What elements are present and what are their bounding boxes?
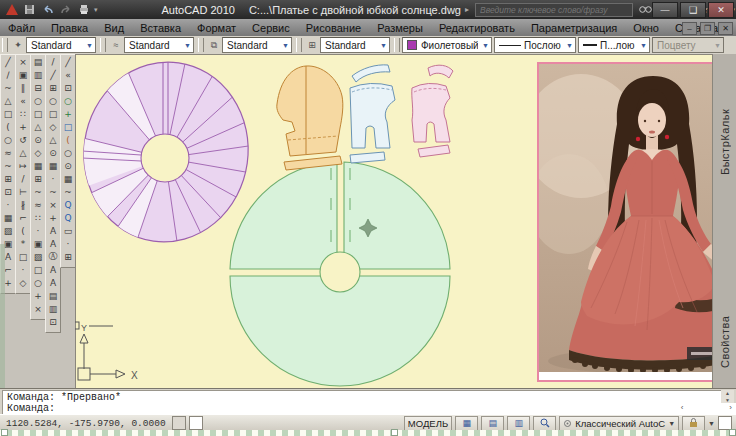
- tool-icon[interactable]: ~: [2, 81, 15, 94]
- table-style-combo[interactable]: Standard▼: [320, 37, 390, 53]
- bodice-back-pattern[interactable]: [412, 65, 453, 157]
- toolbar-grip[interactable]: [296, 38, 302, 52]
- tool-icon[interactable]: /: [17, 172, 30, 185]
- tool-icon[interactable]: ⊞: [2, 172, 15, 185]
- toolbar-grip[interactable]: [394, 38, 400, 52]
- tool-icon[interactable]: ⊙: [47, 146, 60, 159]
- tool-icon[interactable]: ~: [47, 185, 60, 198]
- tool-icon[interactable]: ▥: [47, 302, 60, 315]
- doc-close-button[interactable]: ✕: [718, 22, 733, 35]
- menu-item[interactable]: Редактировать: [431, 20, 523, 35]
- tool-icon[interactable]: ▣: [32, 237, 45, 250]
- menu-item[interactable]: Вставка: [132, 20, 189, 35]
- tool-icon[interactable]: ▨: [2, 224, 15, 237]
- tool-icon[interactable]: +: [47, 211, 60, 224]
- autocad-logo-icon[interactable]: [4, 3, 19, 16]
- tool-icon[interactable]: A: [47, 276, 60, 289]
- tool-icon[interactable]: A: [47, 224, 60, 237]
- tool-icon[interactable]: ⊢: [17, 185, 30, 198]
- layout1-icon[interactable]: ▤: [481, 416, 504, 431]
- tool-icon[interactable]: ○: [2, 133, 15, 146]
- tool-icon[interactable]: A: [47, 237, 60, 250]
- tool-icon[interactable]: ↺: [17, 133, 30, 146]
- tool-icon[interactable]: ○: [32, 94, 45, 107]
- tool-icon[interactable]: □: [47, 107, 60, 120]
- lock-icon[interactable]: [682, 416, 705, 431]
- tool-icon[interactable]: ∥: [17, 81, 30, 94]
- layer-icon[interactable]: ✦: [10, 38, 26, 52]
- tool-icon[interactable]: □: [17, 250, 30, 263]
- search-binoculars-icon[interactable]: [639, 3, 652, 16]
- tool-icon[interactable]: ~: [32, 185, 45, 198]
- color-combo[interactable]: Фиолетовый▼: [402, 37, 492, 53]
- tool-icon[interactable]: ≈: [2, 146, 15, 159]
- linetype-combo[interactable]: Послою▼: [494, 37, 576, 53]
- cleanscreen-toggle[interactable]: [718, 416, 732, 430]
- drawing-canvas[interactable]: Y X: [75, 54, 712, 388]
- tool-icon[interactable]: ⊡: [62, 81, 75, 94]
- tool-icon[interactable]: ·: [62, 237, 75, 250]
- menu-item[interactable]: Сервис: [244, 20, 298, 35]
- tool-icon[interactable]: ⊡: [2, 185, 15, 198]
- tool-icon[interactable]: ×: [47, 198, 60, 211]
- menu-item[interactable]: Рисование: [298, 20, 369, 35]
- coordinates-readout[interactable]: 1120.5284, -175.9790, 0.0000: [0, 418, 172, 429]
- tool-icon[interactable]: (: [17, 224, 30, 237]
- menu-item[interactable]: Окно: [625, 20, 667, 35]
- tool-icon[interactable]: ○: [62, 94, 75, 107]
- menu-item[interactable]: Параметризация: [523, 20, 625, 35]
- tool-icon[interactable]: ○: [47, 94, 60, 107]
- circle-skirt-pattern[interactable]: [230, 162, 450, 386]
- tool-icon[interactable]: ·: [32, 224, 45, 237]
- tool-icon[interactable]: ⊞: [32, 172, 45, 185]
- tab-quickcalc[interactable]: БыстрКальк: [713, 74, 736, 209]
- tool-icon[interactable]: ×: [32, 302, 45, 315]
- dim-style-combo[interactable]: Standard▼: [222, 37, 292, 53]
- tool-icon[interactable]: ▤: [47, 289, 60, 302]
- tool-icon[interactable]: +: [62, 107, 75, 120]
- tool-icon[interactable]: ╱: [47, 68, 60, 81]
- dim-style-icon[interactable]: ⧉: [206, 38, 222, 52]
- tool-icon[interactable]: ∕: [2, 68, 15, 81]
- menu-item[interactable]: Размеры: [369, 20, 431, 35]
- tool-icon[interactable]: ╱: [62, 55, 75, 68]
- tool-icon[interactable]: ◇: [17, 276, 30, 289]
- tool-icon[interactable]: ▤: [32, 55, 45, 68]
- tool-icon[interactable]: ·: [47, 172, 60, 185]
- tool-icon[interactable]: ▥: [32, 68, 45, 81]
- menu-item[interactable]: Файл: [0, 20, 43, 35]
- tool-icon[interactable]: □: [32, 107, 45, 120]
- close-button[interactable]: ✕: [708, 2, 734, 18]
- doc-restore-button[interactable]: ❐: [700, 22, 715, 35]
- tool-icon[interactable]: Ⓐ: [47, 250, 60, 263]
- tool-icon[interactable]: +: [17, 120, 30, 133]
- magnifier-icon[interactable]: [533, 416, 556, 431]
- tool-icon[interactable]: ⊟: [32, 81, 45, 94]
- tool-icon[interactable]: (: [62, 133, 75, 146]
- tool-icon[interactable]: ~: [2, 159, 15, 172]
- tool-icon[interactable]: ∦: [17, 198, 30, 211]
- redo-icon[interactable]: [58, 3, 73, 16]
- tool-icon[interactable]: ·: [17, 263, 30, 276]
- toolbar-grip[interactable]: [198, 38, 204, 52]
- tool-icon[interactable]: ⊙: [62, 159, 75, 172]
- minimize-button[interactable]: —: [652, 2, 678, 18]
- tool-icon[interactable]: ▦: [2, 211, 15, 224]
- tool-icon[interactable]: ~: [62, 185, 75, 198]
- tool-icon[interactable]: Q: [62, 198, 75, 211]
- command-scrollbar[interactable]: ▲▼: [721, 390, 734, 403]
- tool-icon[interactable]: △: [17, 146, 30, 159]
- tool-icon[interactable]: (: [2, 120, 15, 133]
- command-hscroll[interactable]: ‹›: [681, 403, 732, 412]
- tool-icon[interactable]: *: [17, 237, 30, 250]
- model-space-icon[interactable]: ▦: [455, 416, 478, 431]
- layer-combo[interactable]: Standard▼: [26, 37, 96, 53]
- tool-icon[interactable]: ×: [17, 55, 30, 68]
- text-style-combo[interactable]: Standard▼: [124, 37, 194, 53]
- tool-icon[interactable]: +: [32, 289, 45, 302]
- help-search-input[interactable]: [475, 3, 633, 17]
- maximize-button[interactable]: ❑: [680, 2, 706, 18]
- tool-icon[interactable]: △: [47, 133, 60, 146]
- tool-icon[interactable]: ▦: [47, 159, 60, 172]
- table-style-icon[interactable]: ⊞: [304, 38, 320, 52]
